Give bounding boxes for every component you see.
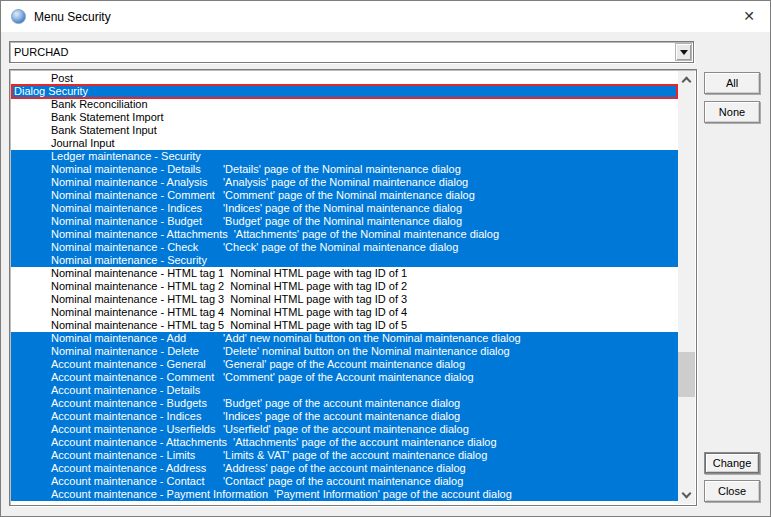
list-item[interactable]: Account maintenance - Indices'Indices' p… xyxy=(11,410,678,423)
list-item-label: Nominal maintenance - Budget xyxy=(51,215,223,228)
app-icon xyxy=(11,9,26,24)
list-item-label: Account maintenance - General xyxy=(51,358,223,371)
list-item[interactable]: Nominal maintenance - Add'Add' new nomin… xyxy=(11,332,678,345)
list-item-desc: 'Analysis' page of the Nominal maintenan… xyxy=(223,176,468,188)
list-item-desc: 'Limits & VAT' page of the account maint… xyxy=(223,449,487,461)
list-item-desc: 'Add' new nominal button on the Nominal … xyxy=(223,332,521,344)
list-item-label: Nominal maintenance - HTML tag 1 xyxy=(51,267,230,280)
list-item-label: Account maintenance - Indices xyxy=(51,410,223,423)
list-item[interactable]: Account maintenance - Limits'Limits & VA… xyxy=(11,449,678,462)
list-item-label: Bank Statement Input xyxy=(51,124,223,137)
list-item-label: Account maintenance - Comment xyxy=(51,371,223,384)
list-item-label: Nominal maintenance - Analysis xyxy=(51,176,223,189)
list-item-label: Nominal maintenance - HTML tag 5 xyxy=(51,319,230,332)
list-item-desc: Nominal HTML page with tag ID of 3 xyxy=(230,293,407,305)
list-item[interactable]: Ledger maintenance - Security xyxy=(11,150,678,163)
list-item[interactable]: Nominal maintenance - HTML tag 5Nominal … xyxy=(11,319,678,332)
list-item-desc: 'Details' page of the Nominal maintenanc… xyxy=(223,163,461,175)
list-item-desc: 'Contact' page of the account maintenanc… xyxy=(223,475,463,487)
list-item-label: Account maintenance - Attachments xyxy=(51,436,233,449)
list-item[interactable]: Nominal maintenance - Check'Check' page … xyxy=(11,241,678,254)
list-item-label: Dialog Security xyxy=(14,85,94,98)
list-item-label: Nominal maintenance - Comment xyxy=(51,189,223,202)
list-item[interactable]: Nominal maintenance - Details'Details' p… xyxy=(11,163,678,176)
list-item[interactable]: Account maintenance - Details xyxy=(11,384,678,397)
close-button[interactable]: Close xyxy=(704,480,760,502)
list-item[interactable]: Dialog Security xyxy=(11,85,678,98)
list-item-desc: 'Comment' page of the Account maintenanc… xyxy=(223,371,474,383)
list-scrollbar[interactable] xyxy=(678,71,695,504)
list-item[interactable]: Account maintenance - Comment'Comment' p… xyxy=(11,371,678,384)
list-item[interactable]: Account maintenance - Address'Address' p… xyxy=(11,462,678,475)
list-item-label: Nominal maintenance - Add xyxy=(51,332,223,345)
list-item-label: Nominal maintenance - HTML tag 3 xyxy=(51,293,230,306)
chevron-down-icon xyxy=(680,50,688,55)
list-item-label: Post xyxy=(51,72,223,85)
list-item-label: Nominal maintenance - HTML tag 4 xyxy=(51,306,230,319)
list-item-desc: 'Attachments' page of the Nominal mainte… xyxy=(234,228,499,240)
list-item-label: Bank Statement Import xyxy=(51,111,223,124)
list-item-desc: 'Indices' page of the account maintenanc… xyxy=(223,410,460,422)
list-item[interactable]: Nominal maintenance - HTML tag 4Nominal … xyxy=(11,306,678,319)
list-item-label: Nominal maintenance - Security xyxy=(51,254,223,267)
list-item-desc: Nominal HTML page with tag ID of 4 xyxy=(230,306,407,318)
none-button[interactable]: None xyxy=(704,101,760,123)
list-item-desc: 'Payment Information' page of the accoun… xyxy=(274,488,512,500)
combobox-value: PURCHAD xyxy=(10,46,675,58)
all-button[interactable]: All xyxy=(704,72,760,94)
combobox-dropdown-button[interactable] xyxy=(675,43,692,61)
list-item-desc: Nominal HTML page with tag ID of 2 xyxy=(230,280,407,292)
list-item-label: Nominal maintenance - Delete xyxy=(51,345,223,358)
list-item-label: Account maintenance - Budgets xyxy=(51,397,223,410)
list-item[interactable]: Post xyxy=(11,72,678,85)
list-item-desc: 'Comment' page of the Nominal maintenanc… xyxy=(223,189,475,201)
list-item[interactable]: Bank Statement Input xyxy=(11,124,678,137)
list-item[interactable]: Nominal maintenance - Security xyxy=(11,254,678,267)
list-item[interactable]: Bank Statement Import xyxy=(11,111,678,124)
scrollbar-thumb[interactable] xyxy=(678,352,695,397)
list-item[interactable]: Nominal maintenance - Budget'Budget' pag… xyxy=(11,215,678,228)
list-item-label: Nominal maintenance - Indices xyxy=(51,202,223,215)
list-item[interactable]: Account maintenance - Contact'Contact' p… xyxy=(11,475,678,488)
list-item[interactable]: Nominal maintenance - HTML tag 3Nominal … xyxy=(11,293,678,306)
list-item-desc: 'Indices' page of the Nominal maintenanc… xyxy=(223,202,462,214)
list-item-desc: 'Attachments' page of the account mainte… xyxy=(233,436,496,448)
list-item-desc: 'General' page of the Account maintenanc… xyxy=(223,358,465,370)
list-item[interactable]: Nominal maintenance - Comment'Comment' p… xyxy=(11,189,678,202)
list-item[interactable]: Nominal maintenance - HTML tag 1Nominal … xyxy=(11,267,678,280)
list-item[interactable]: Nominal maintenance - Delete'Delete' nom… xyxy=(11,345,678,358)
list-item[interactable]: Journal Input xyxy=(11,137,678,150)
list-item[interactable]: Account maintenance - Attachments'Attach… xyxy=(11,436,678,449)
list-item-label: Nominal maintenance - Details xyxy=(51,163,223,176)
list-item[interactable]: Nominal maintenance - Analysis'Analysis'… xyxy=(11,176,678,189)
list-item-desc: Nominal HTML page with tag ID of 1 xyxy=(230,267,407,279)
profile-combobox[interactable]: PURCHAD xyxy=(9,41,694,63)
list-item[interactable]: Nominal maintenance - Attachments'Attach… xyxy=(11,228,678,241)
list-item[interactable]: Account maintenance - Budgets'Budget' pa… xyxy=(11,397,678,410)
close-icon[interactable]: ✕ xyxy=(736,5,762,27)
list-item-label: Account maintenance - Payment Informatio… xyxy=(51,488,274,501)
list-item-label: Account maintenance - Address xyxy=(51,462,223,475)
list-item-label: Account maintenance - Details xyxy=(51,384,223,397)
list-item-desc: 'Budget' page of the account maintenance… xyxy=(223,397,460,409)
list-item-desc: 'Check' page of the Nominal maintenance … xyxy=(223,241,458,253)
scroll-up-icon[interactable] xyxy=(678,71,695,88)
list-item[interactable]: Nominal maintenance - HTML tag 2Nominal … xyxy=(11,280,678,293)
list-item[interactable]: Account maintenance - General'General' p… xyxy=(11,358,678,371)
menu-security-dialog: Menu Security ✕ PURCHAD PostDialog Secur… xyxy=(0,0,771,517)
list-item[interactable]: Bank Reconciliation xyxy=(11,98,678,111)
list-item-label: Ledger maintenance - Security xyxy=(51,150,223,163)
menu-security-list-rows: PostDialog SecurityBank ReconciliationBa… xyxy=(11,72,678,501)
list-item-label: Account maintenance - Limits xyxy=(51,449,223,462)
scroll-down-icon[interactable] xyxy=(678,487,695,504)
list-item[interactable]: Nominal maintenance - Indices'Indices' p… xyxy=(11,202,678,215)
list-item-label: Account maintenance - Userfields xyxy=(51,423,223,436)
change-button[interactable]: Change xyxy=(704,452,760,474)
list-item[interactable]: Account maintenance - Payment Informatio… xyxy=(11,488,678,501)
list-item-label: Journal Input xyxy=(51,137,223,150)
list-item-label: Nominal maintenance - HTML tag 2 xyxy=(51,280,230,293)
list-item-desc: 'Userfield' page of the account maintena… xyxy=(223,423,469,435)
list-item[interactable]: Account maintenance - Userfields'Userfie… xyxy=(11,423,678,436)
list-item-desc: 'Budget' page of the Nominal maintenance… xyxy=(223,215,462,227)
menu-security-list[interactable]: PostDialog SecurityBank ReconciliationBa… xyxy=(9,69,697,506)
